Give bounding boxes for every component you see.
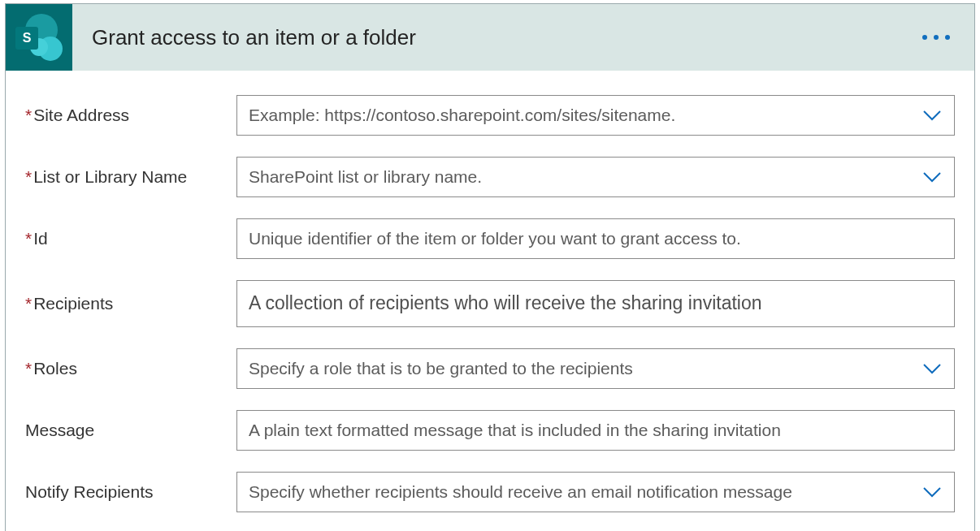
input-id[interactable]: Unique identifier of the item or folder … <box>236 218 955 259</box>
card-title: Grant access to an item or a folder <box>92 25 416 50</box>
placeholder-list-or-library: SharePoint list or library name. <box>237 166 910 187</box>
input-list-or-library[interactable]: SharePoint list or library name. <box>236 157 955 197</box>
input-message[interactable]: A plain text formatted message that is i… <box>236 410 955 451</box>
label-recipients: *Recipients <box>25 294 236 313</box>
input-site-address[interactable]: Example: https://contoso.sharepoint.com/… <box>236 95 955 136</box>
placeholder-id: Unique identifier of the item or folder … <box>237 228 954 248</box>
row-id: *Id Unique identifier of the item or fol… <box>25 218 955 259</box>
input-roles[interactable]: Specify a role that is to be granted to … <box>236 348 955 389</box>
label-roles: *Roles <box>25 359 236 378</box>
row-recipients: *Recipients A collection of recipients w… <box>25 280 955 327</box>
label-message: Message <box>25 421 236 440</box>
label-list-or-library: *List or Library Name <box>25 167 236 187</box>
input-recipients[interactable]: A collection of recipients who will rece… <box>236 280 955 327</box>
row-roles: *Roles Specify a role that is to be gran… <box>25 348 955 389</box>
card-menu-button[interactable] <box>922 35 950 40</box>
label-site-address: *Site Address <box>25 106 236 125</box>
placeholder-roles: Specify a role that is to be granted to … <box>237 358 910 378</box>
row-notify: Notify Recipients Specify whether recipi… <box>25 472 955 512</box>
chevron-down-icon[interactable] <box>910 349 954 388</box>
row-list-or-library: *List or Library Name SharePoint list or… <box>25 157 955 197</box>
label-notify: Notify Recipients <box>25 482 236 502</box>
card-header: S Grant access to an item or a folder <box>6 4 974 71</box>
input-notify[interactable]: Specify whether recipients should receiv… <box>236 472 955 512</box>
chevron-down-icon[interactable] <box>910 96 954 135</box>
sharepoint-icon-letter: S <box>15 27 38 50</box>
placeholder-message: A plain text formatted message that is i… <box>237 420 954 440</box>
label-id: *Id <box>25 229 236 248</box>
row-message: Message A plain text formatted message t… <box>25 410 955 451</box>
placeholder-notify: Specify whether recipients should receiv… <box>237 481 910 502</box>
placeholder-site-address: Example: https://contoso.sharepoint.com/… <box>237 105 910 125</box>
chevron-down-icon[interactable] <box>910 473 954 512</box>
placeholder-recipients: A collection of recipients who will rece… <box>237 292 954 315</box>
sharepoint-icon: S <box>6 4 72 71</box>
chevron-down-icon[interactable] <box>910 158 954 196</box>
card-body: *Site Address Example: https://contoso.s… <box>6 71 974 531</box>
row-site-address: *Site Address Example: https://contoso.s… <box>25 95 955 136</box>
action-card: S Grant access to an item or a folder *S… <box>5 3 975 531</box>
